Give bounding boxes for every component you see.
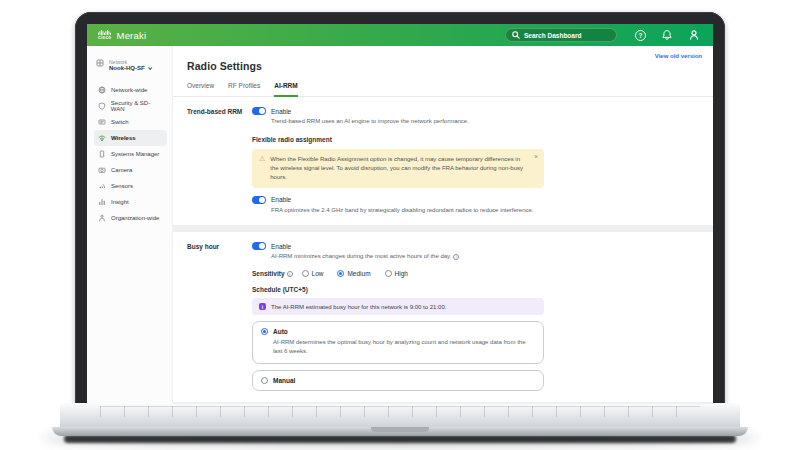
tab-overview[interactable]: Overview <box>187 82 214 96</box>
toggle-label: Enable <box>271 243 291 250</box>
busy-hour-info-banner: The AI-RRM estimated busy hour for this … <box>252 298 544 315</box>
section-busy-hour: Busy hour Enable AI-RRM minimizes change… <box>173 232 713 402</box>
tab-bar: Overview RF Profiles AI-RRM <box>173 72 713 97</box>
network-name: Nook-HQ-SF <box>109 65 151 71</box>
sidebar-item-sensors[interactable]: Sensors <box>94 178 167 194</box>
mobile-device-icon <box>98 150 106 158</box>
sidebar-item-security-sd-wan[interactable]: Security & SD-WAN <box>94 98 167 114</box>
sidebar-item-label: Organization-wide <box>111 215 159 221</box>
fra-description: FRA optimizes the 2.4 GHz band by strate… <box>271 206 544 215</box>
sidebar-item-label: Systems Manager <box>111 151 159 157</box>
radio-checked[interactable] <box>261 328 268 335</box>
fra-heading: Flexible radio assignment <box>252 136 544 143</box>
busy-hour-description: AI-RRM minimizes changes during the most… <box>271 252 544 261</box>
section-trend-based-rrm: Trend-based RRM Enable Trend-based RRM u… <box>173 97 713 225</box>
dashboard-screen: cisco Meraki Search Dashboard <box>87 24 713 404</box>
radio-label: Low <box>312 270 324 277</box>
sidebar-item-label: Switch <box>111 119 129 125</box>
sidebar-item-label: Sensors <box>111 183 133 189</box>
search-placeholder: Search Dashboard <box>524 32 581 39</box>
section-divider <box>173 225 713 232</box>
fra-enable-toggle[interactable] <box>252 196 266 204</box>
fra-warning-banner: When the Flexible Radio Assignment optio… <box>252 149 544 188</box>
schedule-option-manual[interactable]: Manual <box>252 370 544 391</box>
close-icon[interactable] <box>534 153 538 160</box>
sidebar-item-camera[interactable]: Camera <box>94 162 167 178</box>
laptop-mockup: cisco Meraki Search Dashboard <box>0 0 800 450</box>
chevron-down-icon <box>148 65 152 69</box>
search-icon <box>512 31 520 39</box>
tab-ai-rrm[interactable]: AI-RRM <box>274 82 297 97</box>
laptop-shadow-dark <box>64 435 736 443</box>
sidebar-item-label: Security & SD-WAN <box>111 100 163 112</box>
sidebar-item-label: Network-wide <box>111 87 147 93</box>
laptop-base <box>52 427 748 436</box>
tab-rf-profiles[interactable]: RF Profiles <box>228 82 260 96</box>
manual-option-label: Manual <box>273 377 295 384</box>
network-selector[interactable]: Network Nook-HQ-SF <box>94 59 167 71</box>
busy-hour-description-text: AI-RRM minimizes changes during the most… <box>271 253 451 259</box>
dashboard-body: Network Nook-HQ-SF Network-wide <box>87 46 713 404</box>
sidebar-item-insight[interactable]: Insight <box>94 194 167 210</box>
info-text: The AI-RRM estimated busy hour for this … <box>271 304 446 310</box>
sidebar-nav: Network Nook-HQ-SF Network-wide <box>87 46 173 404</box>
view-old-version-link[interactable]: View old version <box>655 53 702 59</box>
laptop-keyboard-deck <box>60 403 740 428</box>
radio-label: High <box>395 270 408 277</box>
sidebar-item-label: Camera <box>111 167 132 173</box>
sidebar-item-switch[interactable]: Switch <box>94 114 167 130</box>
radio-unchecked[interactable] <box>302 270 309 277</box>
cisco-wordmark: cisco <box>98 36 112 41</box>
network-grid-icon <box>96 59 104 67</box>
globe-icon <box>98 86 106 94</box>
section-divider <box>173 402 713 404</box>
bar-chart-icon <box>98 198 106 206</box>
info-circle-icon[interactable] <box>287 271 293 277</box>
sidebar-item-organization-wide[interactable]: Organization-wide <box>94 210 167 226</box>
top-nav-icons <box>635 29 700 41</box>
network-name-text: Nook-HQ-SF <box>109 65 145 71</box>
camera-icon <box>98 166 106 174</box>
sidebar-item-label: Wireless <box>111 135 136 141</box>
sensitivity-option-medium[interactable]: Medium <box>337 270 370 277</box>
info-circle-icon[interactable] <box>453 254 459 260</box>
radio-label: Medium <box>347 270 370 277</box>
toggle-label: Enable <box>271 108 291 115</box>
schedule-label: Schedule (UTC+5) <box>252 286 544 293</box>
trend-rrm-description: Trend-based RRM uses an AI engine to imp… <box>271 117 544 126</box>
meraki-wordmark: Meraki <box>117 30 147 41</box>
sensitivity-radio-group: Sensitivity Low Medium Hig <box>252 270 544 277</box>
warning-icon <box>259 155 265 182</box>
sensitivity-option-high[interactable]: High <box>385 270 408 277</box>
sensitivity-label: Sensitivity <box>252 270 293 277</box>
section-label: Busy hour <box>187 242 252 391</box>
cisco-meraki-logo: cisco Meraki <box>98 30 146 41</box>
sidebar-item-label: Insight <box>111 199 129 205</box>
trend-rrm-enable-toggle[interactable] <box>252 107 266 115</box>
radio-unchecked[interactable] <box>261 377 268 384</box>
sidebar-item-network-wide[interactable]: Network-wide <box>94 82 167 98</box>
sidebar-item-systems-manager[interactable]: Systems Manager <box>94 146 167 162</box>
switch-icon <box>98 118 106 126</box>
notifications-bell-icon[interactable] <box>661 29 673 41</box>
warning-text: When the Flexible Radio Assignment optio… <box>270 155 528 182</box>
sensitivity-label-text: Sensitivity <box>252 270 285 277</box>
wifi-icon <box>98 134 106 142</box>
busy-hour-enable-toggle[interactable] <box>252 242 266 250</box>
sensitivity-option-low[interactable]: Low <box>302 270 324 277</box>
organization-icon <box>98 214 106 222</box>
schedule-option-auto[interactable]: Auto AI-RRM determines the optimal busy … <box>252 321 544 364</box>
toggle-label: Enable <box>271 196 291 203</box>
radio-checked[interactable] <box>337 270 344 277</box>
shield-icon <box>98 102 106 110</box>
sensors-icon <box>98 182 106 190</box>
search-input[interactable]: Search Dashboard <box>505 28 617 42</box>
sidebar-item-wireless[interactable]: Wireless <box>94 130 167 146</box>
radio-unchecked[interactable] <box>385 270 392 277</box>
help-icon[interactable] <box>635 30 646 41</box>
account-person-icon[interactable] <box>688 29 700 41</box>
auto-option-label: Auto <box>273 328 288 335</box>
section-label: Trend-based RRM <box>187 107 252 214</box>
page-title: Radio Settings <box>187 60 699 72</box>
auto-option-description: AI-RRM determines the optimal busy hour … <box>273 338 535 356</box>
